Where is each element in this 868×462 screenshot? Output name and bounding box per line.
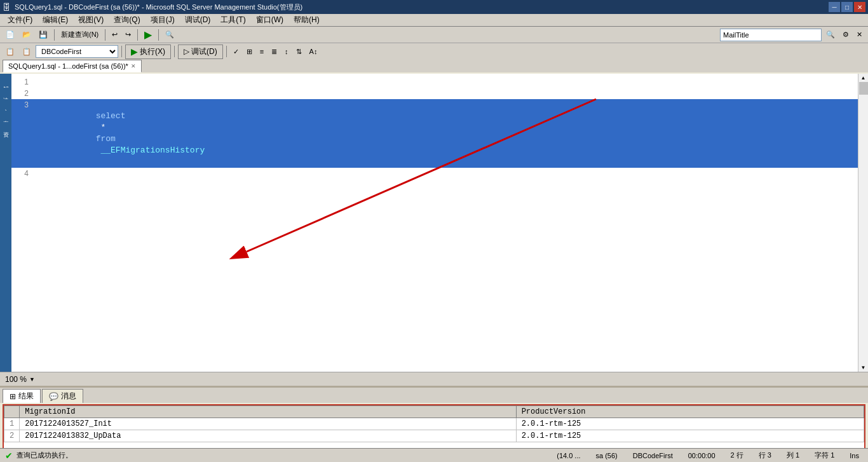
title-bar: 🗄 SQLQuery1.sql - DBCodeFirst (sa (56))*… [0,0,868,14]
restore-button[interactable]: □ [841,2,853,12]
open-btn[interactable]: 📂 [19,28,34,42]
col-product-version: ProductVersion [516,406,864,418]
new-file-btn[interactable]: 📄 [3,28,18,42]
save-btn[interactable]: 💾 [36,28,51,42]
zoom-level: 100 % [5,375,27,384]
status-col: 列 1 [783,451,803,460]
side-icon-2[interactable]: 决 [0,88,11,98]
execute-label: 执行(X) [140,46,165,57]
status-rows: 2 行 [727,451,747,460]
search-input[interactable] [720,29,822,41]
play-icon: ▶ [131,46,138,57]
status-message: 查询已成功执行。 [17,451,72,460]
line-num-3: 3 [11,99,34,168]
side-icon-4[interactable]: 案 [0,111,11,121]
toolbar2-check[interactable]: ✓ [230,44,242,58]
results-tab-label: 结果 [18,391,34,402]
menu-debug[interactable]: 调试(D) [180,13,216,27]
status-server: (14.0 ... [553,452,584,459]
status-ins: Ins [846,452,863,459]
toolbar2-icon4[interactable]: ≡ [257,44,267,58]
menu-file[interactable]: 文件(F) [3,13,37,27]
row2-migration-id: 20171224013832_UpData [20,430,516,442]
toolbar2-icon8[interactable]: A↕ [306,44,321,58]
toolbar2-icon3[interactable]: ⊞ [243,44,255,58]
sep3 [137,29,138,41]
operator-star: * [96,123,111,132]
editor-content: 1 2 3 select * from __EFMigrationsHistor… [11,74,868,372]
tab-results[interactable]: ⊞ 结果 [3,389,41,403]
toolbar2-icon2[interactable]: 📋 [19,44,34,58]
row1-num: 1 [4,418,20,430]
line-content-1 [34,76,868,88]
new-query-btn[interactable]: 新建查询(N) [58,28,102,42]
menu-bar: 文件(F) 编辑(E) 视图(V) 查询(Q) 项目(J) 调试(D) 工具(T… [0,14,868,27]
menu-query[interactable]: 查询(Q) [109,13,145,27]
menu-project[interactable]: 项目(J) [146,13,180,27]
code-line-1: 1 [11,76,868,88]
toolbar2-icon1[interactable]: 📋 [3,44,18,58]
debug-button[interactable]: ▷ 调试(D) [178,44,223,59]
tab-close-icon[interactable]: ✕ [131,63,136,69]
table-header-row: MigrationId ProductVersion [4,406,864,418]
tab-messages[interactable]: 💬 消息 [42,389,83,403]
side-panel: 解 决 方 案 资 [0,74,11,372]
title-bar-controls: ─ □ ✕ [829,2,865,12]
status-right: (14.0 ... sa (56) DBCodeFirst 00:00:00 2… [540,451,863,460]
toolbar-extra1[interactable]: ⚙ [839,28,852,42]
status-left: ✔ 查询已成功执行。 [5,451,72,461]
editor-area[interactable]: 1 2 3 select * from __EFMigrationsHistor… [11,74,868,372]
status-database: DBCodeFirst [629,452,677,459]
row2-product-version: 2.0.1-rtm-125 [516,430,864,442]
search-btn[interactable]: 🔍 [162,28,177,42]
query-tab[interactable]: SQLQuery1.sql - 1...odeFirst (sa (56))* … [3,60,142,72]
table-row: 1 20171224013527_Init 2.0.1-rtm-125 [4,418,864,430]
side-icon-1[interactable]: 解 [0,76,11,86]
scroll-down-btn[interactable]: ▼ [861,365,866,370]
status-line: 行 3 [755,451,775,460]
zoom-dropdown-btn[interactable]: ▼ [29,376,35,383]
col-rownum [4,406,20,418]
undo-btn[interactable]: ↩ [109,28,121,42]
status-char: 字符 1 [811,451,838,460]
table-row: 2 20171224013832_UpData 2.0.1-rtm-125 [4,430,864,442]
main-area: 解 决 方 案 资 1 2 3 [0,74,868,462]
table-name: __EFMigrationsHistory [96,146,205,155]
results-tabs: ⊞ 结果 💬 消息 [0,388,868,403]
debug-label: 调试(D) [191,46,217,57]
results-grid-icon: ⊞ [10,392,16,401]
menu-window[interactable]: 窗口(W) [251,13,288,27]
sep7 [226,46,227,57]
execute-button[interactable]: ▶ 执行(X) [125,44,171,59]
menu-tools[interactable]: 工具(T) [215,13,250,27]
toolbar2-icon6[interactable]: ↕ [281,44,292,58]
scroll-thumb[interactable] [859,82,868,95]
sep2 [105,29,105,41]
line-num-4: 4 [11,168,34,179]
menu-help[interactable]: 帮助(H) [288,13,325,27]
menu-view[interactable]: 视图(V) [73,13,109,27]
side-icon-5[interactable]: 资 [0,122,11,132]
menu-edit[interactable]: 编辑(E) [37,13,73,27]
line-content-4 [34,168,868,179]
search-go-btn[interactable]: 🔍 [823,28,838,42]
app-icon: 🗄 [3,3,11,12]
close-button[interactable]: ✕ [854,2,865,12]
editor-scrollbar[interactable]: ▲ ▼ [858,74,868,372]
redo-btn[interactable]: ↪ [122,28,134,42]
row2-num: 2 [4,430,20,442]
toolbar-extra2[interactable]: ✕ [853,28,865,42]
run-btn[interactable]: ▶ [141,28,155,42]
minimize-button[interactable]: ─ [829,2,840,12]
messages-tab-label: 消息 [61,391,76,402]
status-user: sa (56) [592,452,621,459]
tab-bar: SQLQuery1.sql - 1...odeFirst (sa (56))* … [0,60,868,74]
side-icon-3[interactable]: 方 [0,99,11,109]
line-content-3: select * from __EFMigrationsHistory [34,99,868,168]
toolbar2-icon7[interactable]: ⇅ [293,44,305,58]
success-icon: ✔ [5,451,13,461]
database-dropdown[interactable]: DBCodeFirst [36,45,118,58]
results-table: MigrationId ProductVersion 1 20171224013… [4,405,864,442]
scroll-up-btn[interactable]: ▲ [861,75,866,81]
toolbar2-icon5[interactable]: ≣ [268,44,280,58]
